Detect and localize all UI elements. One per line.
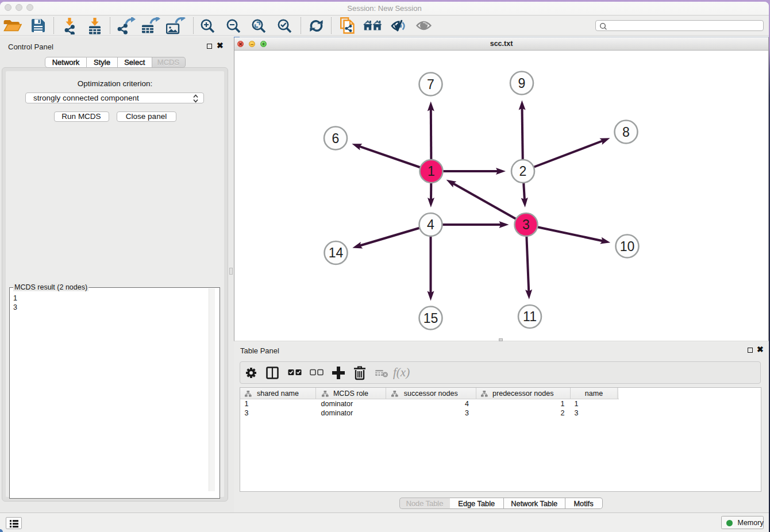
- svg-text:4: 4: [427, 217, 434, 232]
- svg-text:8: 8: [622, 124, 630, 139]
- svg-text:9: 9: [518, 75, 526, 90]
- svg-text:14: 14: [329, 245, 344, 260]
- svg-text:f(x): f(x): [393, 366, 410, 379]
- svg-text:3: 3: [522, 217, 530, 232]
- svg-text:2: 2: [519, 164, 527, 179]
- svg-text:7: 7: [427, 76, 434, 91]
- svg-text:10: 10: [620, 238, 635, 253]
- svg-text:1: 1: [428, 164, 435, 179]
- svg-text:15: 15: [424, 310, 438, 325]
- svg-text:11: 11: [523, 309, 537, 324]
- svg-text:6: 6: [332, 130, 340, 145]
